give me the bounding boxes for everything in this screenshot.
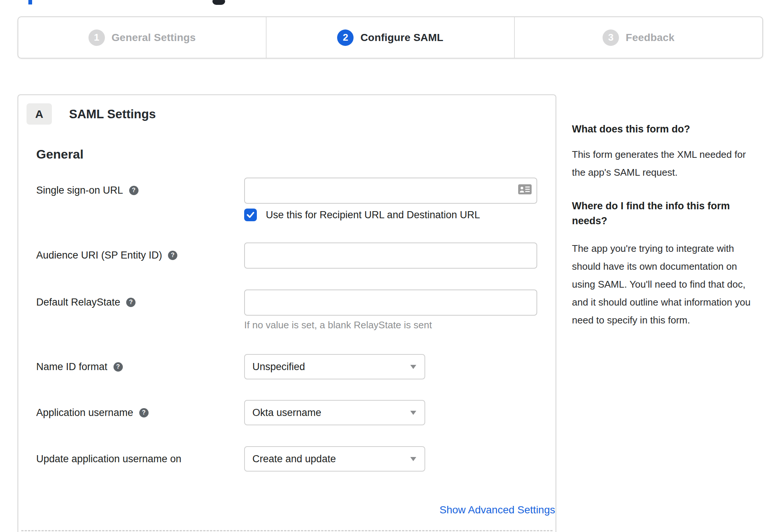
row-single-sign-on-url: Single sign-on URL ? — [36, 178, 556, 221]
recipient-url-checkbox-row: Use this for Recipient URL and Destinati… — [244, 209, 537, 221]
selected-value: Unspecified — [252, 361, 305, 373]
audience-uri-label: Audience URI (SP Entity ID) — [36, 250, 162, 261]
single-sign-on-url-label: Single sign-on URL — [36, 185, 123, 196]
name-id-format-label: Name ID format — [36, 361, 108, 373]
field-label: Default RelayState ? — [36, 290, 244, 315]
update-application-username-label: Update application username on — [36, 453, 181, 465]
audience-uri-input[interactable] — [244, 242, 537, 269]
chevron-down-icon — [410, 365, 416, 369]
field-label: Audience URI (SP Entity ID) ? — [36, 242, 244, 268]
help-sidebar: What does this form do? This form genera… — [572, 122, 759, 329]
row-update-application-username: Update application username on Create an… — [36, 446, 556, 472]
row-application-username: Application username ? Okta username — [36, 400, 556, 425]
sidebar-heading-what: What does this form do? — [572, 122, 759, 137]
section-a-badge: A — [27, 103, 52, 125]
recipient-url-checkbox[interactable] — [244, 209, 257, 221]
recipient-url-checkbox-label: Use this for Recipient URL and Destinati… — [266, 209, 480, 221]
panel-header: A SAML Settings — [27, 103, 556, 125]
selected-value: Create and update — [252, 453, 336, 465]
checkmark-icon — [246, 210, 255, 219]
help-icon[interactable]: ? — [139, 408, 149, 417]
help-icon[interactable]: ? — [168, 251, 177, 260]
step-number-badge: 3 — [603, 29, 619, 46]
help-icon[interactable]: ? — [113, 362, 123, 372]
sidebar-block: Where do I find the info this form needs… — [572, 198, 759, 329]
application-username-select[interactable]: Okta username — [244, 400, 425, 425]
field-control — [244, 242, 537, 269]
field-control: If no value is set, a blank RelayState i… — [244, 290, 537, 331]
field-label: Name ID format ? — [36, 354, 244, 379]
sidebar-body-where: The app you're trying to integrate with … — [572, 240, 759, 329]
field-control: Use this for Recipient URL and Destinati… — [244, 178, 537, 221]
help-icon[interactable]: ? — [129, 186, 139, 195]
section-dashed-divider — [21, 530, 553, 531]
sidebar-heading-where: Where do I find the info this form needs… — [572, 198, 759, 228]
selected-value: Okta username — [252, 407, 321, 419]
application-username-label: Application username — [36, 407, 133, 419]
step-label: General Settings — [112, 32, 196, 44]
step-feedback[interactable]: 3 Feedback — [514, 17, 762, 58]
step-label: Feedback — [626, 32, 675, 44]
general-section-title: General — [36, 147, 556, 162]
row-audience-uri: Audience URI (SP Entity ID) ? — [36, 242, 556, 269]
row-default-relaystate: Default RelayState ? If no value is set,… — [36, 290, 556, 331]
sidebar-block: What does this form do? This form genera… — [572, 122, 759, 181]
chevron-down-icon — [410, 411, 416, 415]
step-configure-saml[interactable]: 2 Configure SAML — [266, 17, 514, 58]
default-relaystate-label: Default RelayState — [36, 297, 120, 308]
chevron-down-icon — [410, 457, 416, 461]
step-number-badge: 2 — [337, 29, 354, 46]
field-label: Application username ? — [36, 400, 244, 425]
advanced-settings-row: Show Advanced Settings — [36, 504, 555, 516]
saml-form: Single sign-on URL ? — [36, 178, 556, 516]
row-name-id-format: Name ID format ? Unspecified — [36, 354, 556, 379]
default-relaystate-input[interactable] — [244, 290, 537, 316]
step-general-settings[interactable]: 1 General Settings — [18, 17, 266, 58]
name-id-format-select[interactable]: Unspecified — [244, 354, 425, 379]
cutoff-logo-fragment — [212, 0, 225, 5]
panel-title: SAML Settings — [69, 107, 156, 121]
help-icon[interactable]: ? — [126, 298, 136, 307]
field-label: Update application username on — [36, 446, 244, 472]
single-sign-on-url-input[interactable] — [244, 178, 537, 204]
wizard-stepper: 1 General Settings 2 Configure SAML 3 Fe… — [18, 16, 763, 59]
field-label: Single sign-on URL ? — [36, 178, 244, 203]
saml-settings-panel: A SAML Settings General Single sign-on U… — [18, 94, 556, 532]
contact-card-icon[interactable] — [518, 184, 532, 194]
sidebar-body-what: This form generates the XML needed for t… — [572, 145, 759, 181]
show-advanced-settings-link[interactable]: Show Advanced Settings — [439, 504, 555, 516]
step-label: Configure SAML — [360, 32, 443, 44]
relaystate-hint: If no value is set, a blank RelayState i… — [244, 319, 537, 331]
step-number-badge: 1 — [88, 29, 105, 46]
cutoff-blue-fragment — [28, 0, 32, 4]
update-application-username-select[interactable]: Create and update — [244, 446, 425, 472]
sso-url-input-wrap — [244, 178, 537, 204]
